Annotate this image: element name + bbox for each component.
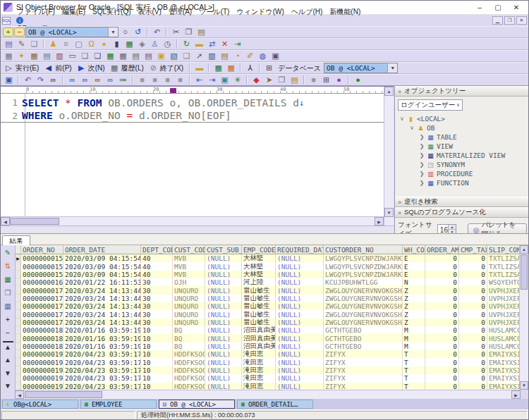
grid-cell[interactable]: UVPHJXEFOWRLN <box>487 295 521 302</box>
menu-item-2[interactable]: 編集(E) <box>59 7 89 16</box>
editor-horizontal-scrollbar[interactable]: ◀ ▶ <box>1 216 384 226</box>
grid-cell[interactable]: (NULL) <box>276 302 324 310</box>
lock-icon[interactable]: Ω <box>85 39 97 49</box>
table-row[interactable]: 00000000172020/03/24 14:13:4430UNQURO(NU… <box>16 302 521 310</box>
grid-cell[interactable]: 0000000019 <box>21 358 63 366</box>
grid-cell[interactable]: 0 <box>425 310 459 318</box>
user-table-icon[interactable]: ▤ <box>41 51 53 61</box>
next-row-icon[interactable]: ▼ <box>3 368 13 378</box>
goto-line-icon[interactable]: ≔ <box>117 75 129 85</box>
grid-cell[interactable]: 40 <box>141 262 173 270</box>
tree-add-icon[interactable]: ▤ <box>142 51 154 61</box>
table-row[interactable]: 00000000192020/04/23 03:59:1710HDDFKSOG(… <box>16 374 521 382</box>
grid-cell[interactable]: OJH <box>173 278 205 286</box>
tree-item-synonym[interactable]: ❯◳SYNONYM <box>395 160 529 169</box>
db-stack-icon[interactable]: ≡ <box>60 39 72 49</box>
grid-cell[interactable]: 2020/01/16 03:59:19 <box>63 334 141 342</box>
table-row[interactable]: 00000000192020/04/23 03:59:1710HDDFKSOG(… <box>16 358 521 366</box>
grid-cell[interactable]: MVB <box>173 271 205 278</box>
grid-cell[interactable]: (NULL) <box>205 319 242 326</box>
scroll-thumb[interactable] <box>521 254 528 290</box>
grid-cell[interactable]: 2020/01/16 03:59:19 <box>63 326 141 334</box>
grid-cell[interactable]: 滝田恵 <box>242 383 276 390</box>
grid-cell[interactable]: UVPHJXEFOWRLN <box>487 310 521 318</box>
next-button[interactable]: ▶次(N) <box>75 63 108 73</box>
grid-cell[interactable]: (NULL) <box>276 334 324 342</box>
taskbar-item-ob-local-[interactable]: ▤OB @ <LOCAL> <box>159 400 235 409</box>
grid-cell[interactable]: LWGQYPLSVCNPZDWJARK <box>324 271 403 278</box>
sql-editor[interactable]: 0102030405060 1SELECT * FROM OB.ORDERS o… <box>1 86 394 226</box>
folder-window-icon[interactable]: ▣ <box>155 51 167 61</box>
window-grid-icon[interactable]: ⊞ <box>320 75 332 85</box>
grid-cell[interactable]: HDDFKSOG <box>173 350 205 358</box>
grid-cell[interactable]: T <box>403 383 425 390</box>
grid-cell[interactable]: 0000000017 <box>21 295 63 302</box>
grid-cell[interactable]: 畠山敏生 <box>242 286 276 294</box>
row-selector-cell[interactable] <box>16 350 21 358</box>
grid-cell[interactable]: BQ <box>173 334 205 342</box>
grid-cell[interactable]: Z <box>403 295 425 302</box>
grid-cell[interactable]: 10 <box>141 326 173 334</box>
grid-cell[interactable]: 0 <box>459 302 487 310</box>
record-circle-icon[interactable]: ○ <box>119 27 131 37</box>
grid-cell[interactable]: 0000000017 <box>21 310 63 318</box>
tree-item-ob[interactable]: ∨♟OB <box>395 123 529 132</box>
grid-cell[interactable]: 0000000019 <box>21 350 63 358</box>
prev-row-icon[interactable]: ▲ <box>3 354 13 365</box>
grid-cell[interactable]: (NULL) <box>276 350 324 358</box>
grid-cell[interactable]: N <box>403 278 425 286</box>
next-icon[interactable]: ▶ <box>75 63 87 73</box>
tree-view-icon[interactable]: ▤ <box>130 51 142 61</box>
grid-cell[interactable]: 0 <box>459 278 487 286</box>
grid-cell[interactable]: (NULL) <box>205 310 242 318</box>
bookmark-2-icon[interactable]: ■ <box>149 75 161 85</box>
grid-cell[interactable]: ZWGLOUYGNERVNVOKGSHI <box>324 310 403 318</box>
db-output-icon[interactable]: ▥ <box>3 301 13 311</box>
grid-cell[interactable]: 10 <box>141 366 173 374</box>
grid-cell[interactable]: 2020/03/24 14:13:44 <box>63 310 141 318</box>
row-selector-cell[interactable] <box>16 383 21 390</box>
help-ball-icon[interactable]: ● <box>333 75 345 85</box>
menu-item-3[interactable]: SQL実行(Q) <box>89 7 134 16</box>
grid-cell[interactable]: 滝田恵 <box>242 358 276 366</box>
grid-cell[interactable]: (NULL) <box>276 254 324 262</box>
grid-cell[interactable]: UNQURO <box>173 286 205 294</box>
grid-cell[interactable]: (NULL) <box>276 319 324 326</box>
row-selector-cell[interactable] <box>16 302 21 310</box>
dark-window-icon[interactable]: ▥ <box>206 51 218 61</box>
grid-cell[interactable]: 0 <box>425 319 459 326</box>
grid-cell[interactable]: 2020/04/23 03:59:17 <box>63 358 141 366</box>
grid-cell[interactable]: HDDFKSOG <box>173 358 205 366</box>
grid-cell[interactable]: 2020/04/23 03:59:17 <box>63 383 141 390</box>
grid-cell[interactable]: 畠山敏生 <box>242 302 276 310</box>
grid-cell[interactable]: 0 <box>425 383 459 390</box>
outdent-icon[interactable]: ⇤ <box>193 75 205 85</box>
table-row[interactable]: 00000000152020/03/09 04:15:5440MVB(NULL)… <box>16 271 521 278</box>
grid-cell[interactable]: 2020/03/24 14:13:44 <box>63 295 141 302</box>
table-row[interactable]: 00000000172020/03/24 14:13:4430UNQURO(NU… <box>16 295 521 302</box>
grid-cell[interactable]: (NULL) <box>205 302 242 310</box>
chart-icon[interactable]: ▧ <box>168 51 180 61</box>
reverse-search-header[interactable]: » 逆引き検索 <box>395 197 529 207</box>
grid-cell[interactable]: 2020/03/09 04:15:54 <box>63 271 141 278</box>
insert-row-icon[interactable]: + <box>3 314 13 325</box>
history-button[interactable]: ▦履歴(L) <box>109 63 147 73</box>
column-header-order_date[interactable]: ORDER_DATE <box>63 245 141 254</box>
grid-cell[interactable]: ZIFYX <box>324 350 403 358</box>
row-selector-cell[interactable] <box>16 310 21 318</box>
quit-button[interactable]: ⊘終了(X) <box>147 63 186 73</box>
mdi-restore-button[interactable]: ❐ <box>504 16 515 25</box>
excel-export-icon[interactable]: ▦ <box>3 274 13 285</box>
row-selector-cell[interactable] <box>16 278 21 286</box>
sql-to-source-header[interactable]: » SQLのプログラムソース化 <box>395 207 529 218</box>
grid-cell[interactable]: 畠山敏生 <box>242 310 276 318</box>
grid-cell[interactable]: 10 <box>141 374 173 382</box>
tree-item--local-[interactable]: ∨▮<LOCAL> <box>395 114 529 123</box>
column-header-required_date[interactable]: REQUIRED_DATE <box>276 245 324 254</box>
menu-item-4[interactable]: 表示(V) <box>135 7 165 16</box>
pointer-icon[interactable]: ➤ <box>263 75 275 85</box>
grid-cell[interactable]: ZIFYX <box>324 383 403 390</box>
prev-icon[interactable]: ◀ <box>42 63 54 73</box>
close-button[interactable]: ✕ <box>507 2 525 13</box>
find-mark-icon[interactable]: ∞ <box>92 75 104 85</box>
